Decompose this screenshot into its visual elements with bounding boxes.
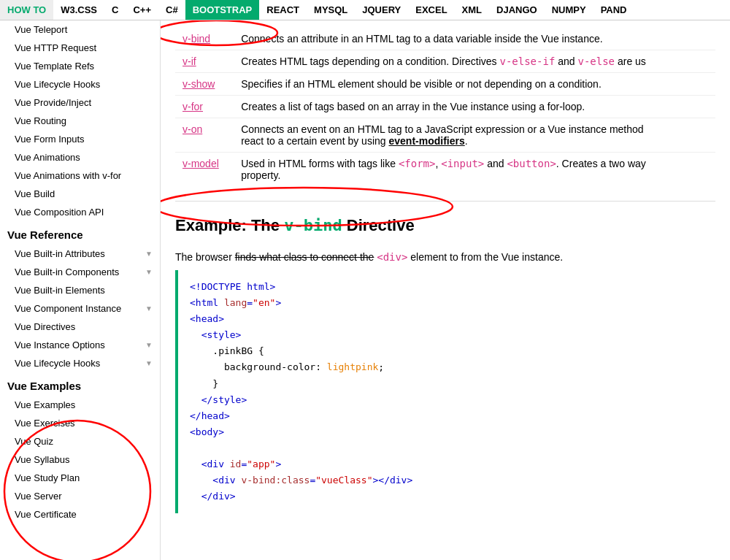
sidebar-item-component-instance[interactable]: Vue Component Instance ▼ (0, 299, 160, 318)
code-block: <!DOCTYPE html> <html lang="en"> <head> … (175, 270, 715, 513)
code-line-2: <html lang="en"> (190, 297, 281, 308)
sidebar-item-vue-syllabus[interactable]: Vue Syllabus (0, 450, 160, 469)
code-line-10: <body> (190, 426, 224, 437)
arrow-icon: ▼ (145, 359, 153, 367)
table-row: v-show Specifies if an HTML element shou… (175, 73, 715, 96)
table-row: v-bind Connects an attribute in an HTML … (175, 28, 715, 50)
vmodel-link[interactable]: v-model (182, 158, 219, 169)
code-line-4: <style> (201, 329, 242, 340)
nav-csharp[interactable]: C# (158, 0, 185, 20)
table-row: v-model Used in HTML forms with tags lik… (175, 153, 715, 187)
sidebar-item-teleport[interactable]: Vue Teleport (0, 20, 160, 39)
top-nav: HOW TO W3.CSS C C++ C# BOOTSTRAP REACT M… (0, 0, 730, 20)
vfor-desc: Creates a list of tags based on an array… (234, 96, 715, 118)
sidebar-item-lifecycle-hooks2[interactable]: Vue Lifecycle Hooks ▼ (0, 354, 160, 372)
sidebar-item-template-refs[interactable]: Vue Template Refs (0, 57, 160, 75)
sidebar-item-build[interactable]: Vue Build (0, 185, 160, 203)
input-code: <input> (441, 158, 484, 169)
example-heading-prefix: Example: The (175, 216, 284, 234)
sidebar-examples-title: Vue Examples (0, 372, 160, 396)
directives-table: v-bind Connects an attribute in an HTML … (175, 28, 715, 186)
sidebar-item-vue-examples[interactable]: Vue Examples (0, 396, 160, 414)
sidebar-item-provide-inject[interactable]: Vue Provide/Inject (0, 93, 160, 112)
nav-xml[interactable]: XML (455, 0, 489, 20)
sidebar-item-instance-options[interactable]: Vue Instance Options ▼ (0, 336, 160, 354)
content-area: v-bind Connects an attribute in an HTML … (161, 20, 730, 560)
example-heading: Example: The v-bind Directive (175, 213, 415, 238)
sidebar-item-form-inputs[interactable]: Vue Form Inputs (0, 130, 160, 148)
arrow-icon: ▼ (145, 341, 153, 349)
nav-c[interactable]: C (104, 0, 126, 20)
code-line-1: <!DOCTYPE html> (190, 281, 275, 292)
sidebar-item-composition-api[interactable]: Vue Composition API (0, 203, 160, 221)
arrow-icon: ▼ (145, 250, 153, 258)
vfor-link[interactable]: v-for (182, 101, 203, 112)
event-modifiers-link[interactable]: event-modifiers (388, 135, 464, 147)
code-line-13: </div> (201, 491, 236, 502)
code-line-7: } (212, 378, 218, 389)
sidebar-item-animations[interactable]: Vue Animations (0, 148, 160, 166)
sidebar-item-vue-exercises[interactable]: Vue Exercises (0, 414, 160, 432)
sidebar-item-http[interactable]: Vue HTTP Request (0, 39, 160, 57)
nav-jquery[interactable]: JQUERY (355, 0, 408, 20)
sidebar-item-vue-quiz[interactable]: Vue Quiz (0, 432, 160, 450)
velse-code: v-else (577, 55, 615, 67)
code-line-6: background-color: (224, 361, 327, 372)
code-line-11: <div id="app"> (201, 459, 282, 469)
code-lightpink: lightpink (327, 361, 378, 372)
von-desc: Connects an event on an HTML tag to a Ja… (234, 118, 715, 153)
example-vbind-highlight: v-bind (284, 216, 342, 234)
nav-numpy[interactable]: NUMPY (545, 0, 593, 20)
sidebar-reference-title: Vue Reference (0, 221, 160, 245)
arrow-icon: ▼ (145, 304, 153, 312)
vif-desc: Creates HTML tags depending on a conditi… (234, 50, 715, 73)
vif-link[interactable]: v-if (182, 55, 196, 67)
sidebar-item-vue-study-plan[interactable]: Vue Study Plan (0, 469, 160, 487)
vbind-link[interactable]: v-bind (182, 33, 210, 45)
table-row: v-for Creates a list of tags based on an… (175, 96, 715, 118)
nav-howto[interactable]: HOW TO (0, 0, 53, 20)
main-layout: Vue Teleport Vue HTTP Request Vue Templa… (0, 20, 730, 560)
vshow-link[interactable]: v-show (182, 78, 215, 90)
nav-bootstrap[interactable]: BOOTSTRAP (185, 0, 260, 20)
code-line-5: .pinkBG { (212, 345, 264, 356)
nav-excel[interactable]: EXCEL (408, 0, 454, 20)
code-line-8: </style> (201, 394, 247, 405)
nav-react[interactable]: REACT (259, 0, 307, 20)
sidebar-item-animations-vfor[interactable]: Vue Animations with v-for (0, 166, 160, 185)
nav-w3css[interactable]: W3.CSS (53, 0, 104, 20)
code-line-12: <div v-bind:class="vueClass"></div> (212, 475, 412, 486)
vshow-desc: Specifies if an HTML element should be v… (234, 73, 715, 96)
vbind-desc: Connects an attribute in an HTML tag to … (234, 28, 715, 50)
nav-cpp[interactable]: C++ (126, 0, 158, 20)
sidebar-item-builtin-components[interactable]: Vue Built-in Components ▼ (0, 263, 160, 281)
form-code: <form> (399, 158, 436, 169)
sidebar-item-lifecycle-hooks[interactable]: Vue Lifecycle Hooks (0, 75, 160, 93)
example-heading-suffix: Directive (342, 216, 415, 234)
code-line-3: <head> (190, 313, 224, 324)
table-row: v-if Creates HTML tags depending on a co… (175, 50, 715, 73)
sidebar-item-directives[interactable]: Vue Directives (0, 318, 160, 336)
nav-mysql[interactable]: MYSQL (307, 0, 355, 20)
sidebar-item-builtin-attrs[interactable]: Vue Built-in Attributes ▼ (0, 245, 160, 263)
sidebar: Vue Teleport Vue HTTP Request Vue Templa… (0, 20, 161, 560)
example-section: Example: The v-bind Directive (175, 201, 715, 244)
strikethrough-text: finds what class to connect the (235, 251, 374, 263)
sidebar-item-builtin-elements[interactable]: Vue Built-in Elements (0, 281, 160, 299)
button-code: <button> (507, 158, 556, 169)
sidebar-item-routing[interactable]: Vue Routing (0, 112, 160, 130)
sidebar-item-vue-server[interactable]: Vue Server (0, 487, 160, 505)
arrow-icon: ▼ (145, 268, 153, 276)
code-line-9: </head> (190, 410, 230, 421)
velse-if-code: v-else-if (499, 55, 555, 67)
table-row: v-on Connects an event on an HTML tag to… (175, 118, 715, 153)
nav-pand[interactable]: PAND (593, 0, 634, 20)
vmodel-desc: Used in HTML forms with tags like <form>… (234, 153, 715, 187)
example-desc: The browser finds what class to connect … (175, 251, 715, 263)
div-tag-code: <div> (377, 251, 407, 263)
von-link[interactable]: v-on (182, 123, 202, 135)
sidebar-item-vue-certificate[interactable]: Vue Certificate (0, 505, 160, 523)
nav-django[interactable]: DJANGO (489, 0, 545, 20)
